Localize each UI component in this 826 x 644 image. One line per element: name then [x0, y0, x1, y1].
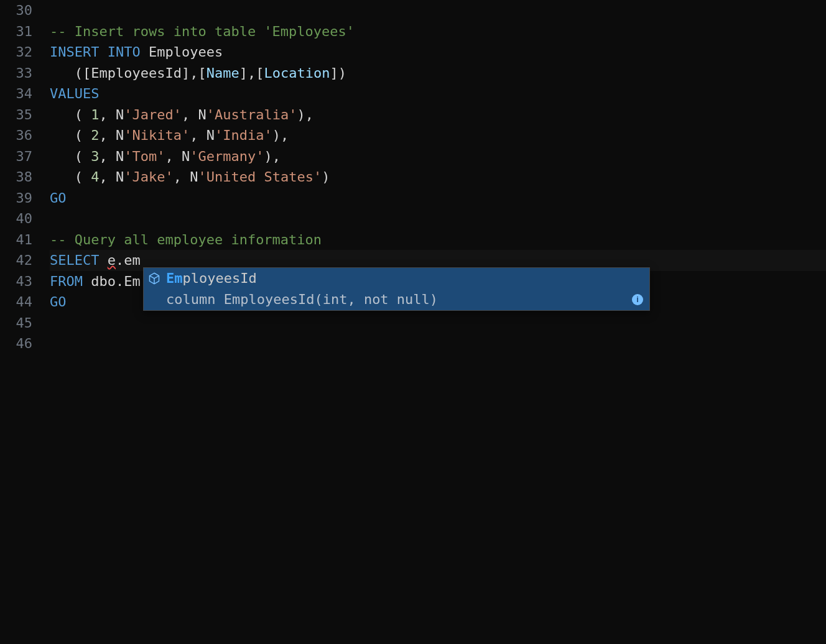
- identifier-error: e: [108, 252, 116, 268]
- code-line[interactable]: [50, 333, 826, 354]
- autocomplete-detail-text: column EmployeesId(int, not null): [166, 289, 438, 310]
- code-line[interactable]: GO: [50, 188, 826, 209]
- string: 'Jared': [124, 107, 182, 122]
- string: 'Jake': [124, 169, 173, 185]
- line-number: 36: [0, 125, 32, 146]
- punct: , N: [165, 149, 190, 164]
- code-line[interactable]: [50, 0, 826, 21]
- code-line[interactable]: ([EmployeesId],[Name],[Location]): [50, 63, 826, 84]
- code-line[interactable]: VALUES: [50, 83, 826, 104]
- code-line[interactable]: ( 4, N'Jake', N'United States'): [50, 167, 826, 188]
- line-number: 30: [0, 0, 32, 21]
- punct: ([: [50, 65, 91, 81]
- keyword: GO: [50, 190, 67, 206]
- string: 'Nikita': [124, 127, 190, 143]
- code-line[interactable]: INSERT INTO Employees: [50, 42, 826, 63]
- number: 4: [91, 169, 99, 185]
- line-number: 37: [0, 146, 32, 167]
- number: 1: [91, 107, 99, 122]
- identifier: Name: [206, 65, 239, 81]
- line-number-gutter: 30 31 32 33 34 35 36 37 38 39 40 41 42 4…: [0, 0, 50, 644]
- code-area[interactable]: -- Insert rows into table 'Employees' IN…: [50, 0, 826, 644]
- punct: , N: [99, 149, 124, 164]
- code-line[interactable]: [50, 313, 826, 334]
- code-line[interactable]: ( 3, N'Tom', N'Germany'),: [50, 146, 826, 167]
- punct: ],[: [239, 65, 264, 81]
- match-highlight: Em: [166, 270, 183, 286]
- punct: (: [50, 107, 91, 122]
- punct: , N: [182, 107, 206, 122]
- comment-text: -- Insert rows into table 'Employees': [50, 24, 355, 39]
- code-line[interactable]: [50, 208, 826, 229]
- line-number: 45: [0, 313, 32, 334]
- line-number: 43: [0, 271, 32, 292]
- punct: ],[: [182, 65, 206, 81]
- punct: (: [50, 149, 91, 164]
- identifier: EmployeesId: [91, 65, 182, 81]
- code-line[interactable]: ( 1, N'Jared', N'Australia'),: [50, 104, 826, 126]
- identifier: Employees: [141, 44, 223, 60]
- info-icon[interactable]: i: [632, 294, 643, 305]
- punct: ),: [264, 149, 281, 164]
- line-number: 38: [0, 167, 32, 188]
- punct: , N: [99, 107, 124, 122]
- punct: ),: [272, 127, 289, 143]
- punct: (: [50, 169, 91, 185]
- autocomplete-item[interactable]: EmployeesId: [144, 268, 649, 289]
- autocomplete-popup[interactable]: EmployeesId column EmployeesId(int, not …: [143, 267, 650, 311]
- keyword: FROM: [50, 274, 83, 289]
- line-number: 32: [0, 42, 32, 63]
- line-number: 35: [0, 104, 32, 126]
- typed-text: em: [124, 252, 141, 268]
- code-editor[interactable]: 30 31 32 33 34 35 36 37 38 39 40 41 42 4…: [0, 0, 826, 644]
- autocomplete-label: EmployeesId: [166, 268, 257, 289]
- code-line[interactable]: ( 2, N'Nikita', N'India'),: [50, 125, 826, 146]
- string: 'United States': [198, 169, 322, 185]
- code-line[interactable]: -- Query all employee information: [50, 229, 826, 251]
- punct: , N: [190, 127, 215, 143]
- punct: , N: [174, 169, 198, 185]
- punct: ),: [297, 107, 313, 122]
- punct: (: [50, 127, 91, 143]
- keyword: VALUES: [50, 86, 99, 101]
- line-number: 40: [0, 208, 32, 229]
- identifier: Location: [264, 65, 330, 81]
- punct: ): [322, 169, 330, 185]
- field-icon: [147, 272, 161, 285]
- keyword: SELECT: [50, 252, 99, 268]
- punct: , N: [99, 169, 124, 185]
- string: 'Australia': [206, 107, 297, 122]
- string: 'Germany': [190, 149, 264, 164]
- string: 'India': [215, 127, 272, 143]
- line-number: 33: [0, 63, 32, 84]
- string: 'Tom': [124, 149, 165, 164]
- keyword: GO: [50, 294, 67, 310]
- line-number: 39: [0, 188, 32, 209]
- line-number: 44: [0, 292, 32, 313]
- comment-text: -- Query all employee information: [50, 232, 322, 247]
- line-number: 31: [0, 21, 32, 42]
- line-number: 41: [0, 229, 32, 251]
- number: 2: [91, 127, 99, 143]
- punct: , N: [99, 127, 124, 143]
- punct: ]): [330, 65, 346, 81]
- line-number: 46: [0, 333, 32, 354]
- keyword: INTO: [108, 44, 141, 60]
- autocomplete-detail: column EmployeesId(int, not null) i: [144, 289, 649, 310]
- line-number: 42: [0, 250, 32, 271]
- code-line[interactable]: -- Insert rows into table 'Employees': [50, 21, 826, 42]
- line-number: 34: [0, 83, 32, 104]
- identifier: dbo.Em: [83, 274, 141, 289]
- keyword: INSERT: [50, 44, 99, 60]
- number: 3: [91, 149, 99, 164]
